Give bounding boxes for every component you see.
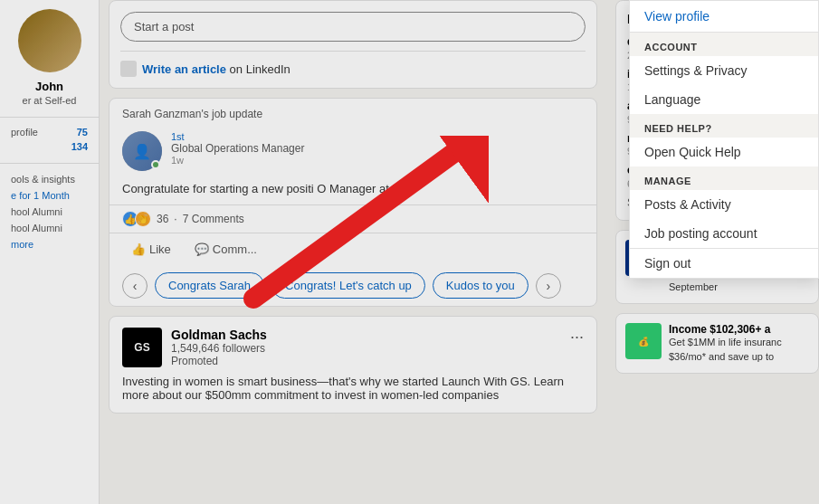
dropdown-menu: View profile ACCOUNT Settings & Privacy … <box>629 0 819 279</box>
view-profile-link[interactable]: View profile <box>644 9 709 24</box>
posts-activity-item[interactable]: Posts & Activity <box>630 190 818 219</box>
dropdown-top: View profile <box>630 1 818 33</box>
job-posting-item[interactable]: Job posting account <box>630 219 818 248</box>
manage-section-label: MANAGE <box>630 166 818 190</box>
open-quick-help-item[interactable]: Open Quick Help <box>630 138 818 166</box>
page-container: John er at Self-ed profile 75 134 ools &… <box>0 0 819 504</box>
account-section-label: ACCOUNT <box>630 33 818 56</box>
sign-out-item[interactable]: Sign out <box>630 249 818 278</box>
settings-privacy-item[interactable]: Settings & Privacy <box>630 56 818 85</box>
language-item[interactable]: Language <box>630 85 818 114</box>
need-help-section-label: NEED HELP? <box>630 114 818 138</box>
